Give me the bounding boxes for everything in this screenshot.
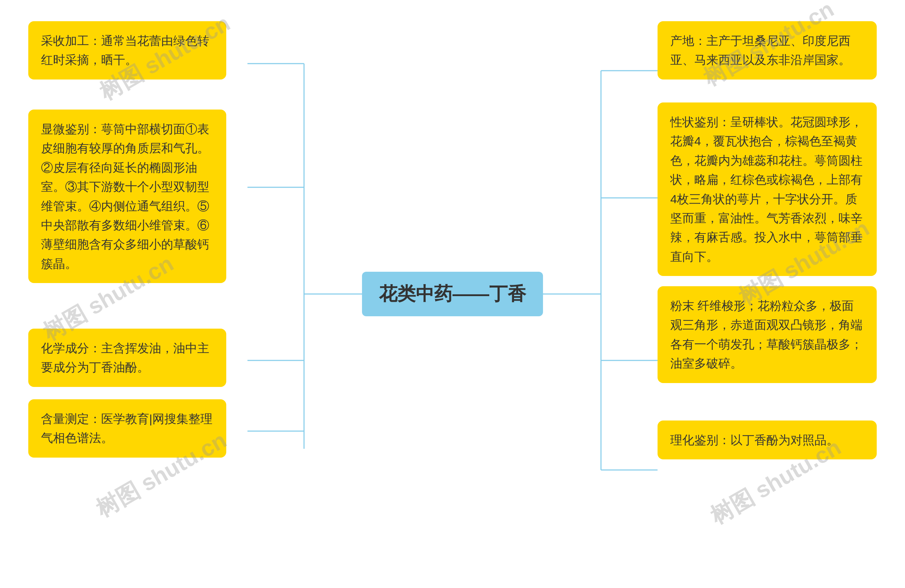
node-content-text: 含量测定：医学教育|网搜集整理气相色谱法。	[41, 412, 213, 445]
node-content: 含量测定：医学教育|网搜集整理气相色谱法。	[28, 399, 226, 458]
node-origin-text: 产地：主产于坦桑尼亚、印度尼西亚、马来西亚以及东非沿岸国家。	[670, 34, 851, 67]
node-micro-text: 显微鉴别：萼筒中部横切面①表皮细胞有较厚的角质层和气孔。②皮层有径向延长的椭圆形…	[41, 122, 209, 270]
node-powder-text: 粉末 纤维梭形；花粉粒众多，极面观三角形，赤道面观双凸镜形，角端各有一个萌发孔；…	[670, 299, 862, 370]
node-chemical: 化学成分：主含挥发油，油中主要成分为丁香油酚。	[28, 329, 226, 387]
node-chemical-text: 化学成分：主含挥发油，油中主要成分为丁香油酚。	[41, 341, 209, 374]
node-harvest: 采收加工：通常当花蕾由绿色转红时采摘，晒干。	[28, 21, 226, 79]
center-node: 花类中药——丁香	[362, 272, 543, 316]
node-appearance: 性状鉴别：呈研棒状。花冠圆球形，花瓣4，覆瓦状抱合，棕褐色至褐黄色，花瓣内为雄蕊…	[657, 103, 877, 276]
node-physicochemical: 理化鉴别：以丁香酚为对照品。	[657, 420, 877, 460]
mind-map-container: 树图 shutu.cn 树图 shutu.cn 树图 shutu.cn 树图 s…	[0, 0, 905, 588]
node-harvest-text: 采收加工：通常当花蕾由绿色转红时采摘，晒干。	[41, 34, 209, 67]
node-physicochemical-text: 理化鉴别：以丁香酚为对照品。	[670, 433, 838, 447]
node-micro: 显微鉴别：萼筒中部横切面①表皮细胞有较厚的角质层和气孔。②皮层有径向延长的椭圆形…	[28, 109, 226, 283]
node-origin: 产地：主产于坦桑尼亚、印度尼西亚、马来西亚以及东非沿岸国家。	[657, 21, 877, 79]
center-label: 花类中药——丁香	[379, 284, 526, 304]
node-powder: 粉末 纤维梭形；花粉粒众多，极面观三角形，赤道面观双凸镜形，角端各有一个萌发孔；…	[657, 286, 877, 383]
node-appearance-text: 性状鉴别：呈研棒状。花冠圆球形，花瓣4，覆瓦状抱合，棕褐色至褐黄色，花瓣内为雄蕊…	[670, 115, 862, 263]
